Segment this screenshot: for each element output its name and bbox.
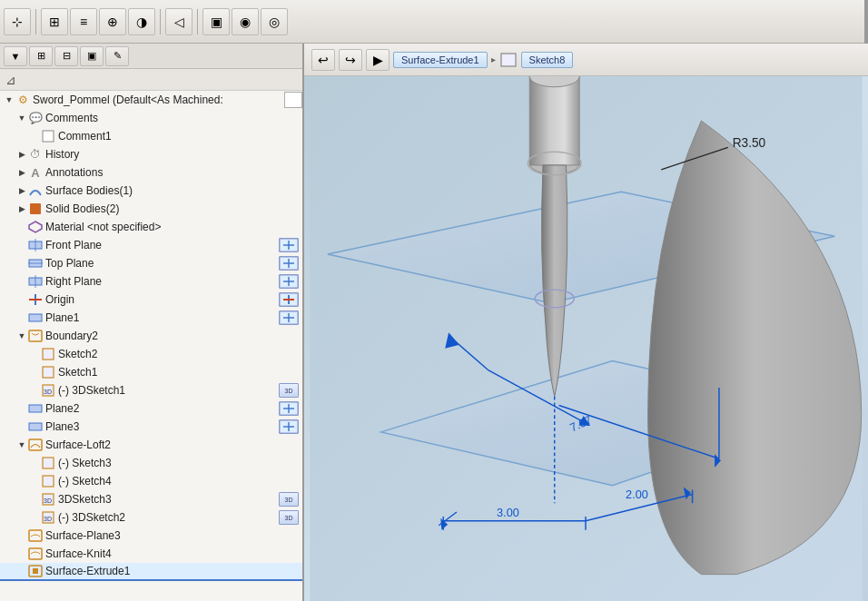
chart-btn[interactable]: ◑	[128, 8, 155, 35]
top-plane-label: Top Plane	[45, 257, 94, 270]
svg-text:2.00: 2.00	[626, 488, 648, 501]
tree-item-plane2[interactable]: Plane2	[0, 399, 302, 418]
select-tool-btn[interactable]: ⊹	[4, 8, 31, 35]
surface-plane3-icon	[27, 527, 44, 544]
root-label: Sword_Pommel (Default<As Machined:	[33, 94, 223, 106]
shield-btn[interactable]: ◉	[232, 8, 259, 35]
boundary2-label: Boundary2	[45, 330, 98, 342]
expand-solid-bodies[interactable]: ▶	[16, 203, 27, 214]
tree-item-root[interactable]: ▼ ⚙ Sword_Pommel (Default<As Machined:	[0, 91, 302, 109]
tree-item-sketch2[interactable]: Sketch2	[0, 345, 302, 363]
3dsketch2-icon: 3D	[40, 509, 56, 526]
annotations-icon: A	[27, 164, 44, 181]
expand-surface-loft2[interactable]: ▼	[16, 439, 27, 450]
tree-item-surface-plane3[interactable]: Surface-Plane3	[0, 527, 302, 545]
grid-view-btn[interactable]: ⊞	[41, 8, 68, 35]
tree-item-annotations[interactable]: ▶ A Annotations	[0, 163, 302, 182]
svg-rect-36	[29, 423, 42, 430]
tree-item-history[interactable]: ▶ ⏱ History	[0, 145, 302, 163]
expand-sketch3	[29, 458, 40, 468]
svg-text:R3.50: R3.50	[733, 136, 766, 150]
eye-btn[interactable]: ◎	[261, 8, 288, 35]
crosshair-btn[interactable]: ⊕	[99, 8, 126, 35]
tab-display-manager[interactable]: ✎	[105, 46, 129, 66]
expand-boundary2[interactable]: ▼	[16, 330, 27, 341]
tree-item-surface-extrude1[interactable]: Surface-Extrude1	[0, 563, 302, 581]
sketch4-label: (-) Sketch4	[58, 475, 112, 488]
history-icon: ⏱	[27, 146, 44, 163]
expand-sketch2	[29, 349, 40, 360]
filter-icon: ⊿	[5, 73, 16, 87]
svg-rect-42	[43, 476, 54, 487]
nav-forward-btn[interactable]: ↪	[339, 49, 362, 71]
tree-item-surface-loft2[interactable]: ▼ Surface-Loft2	[0, 436, 302, 454]
tree-item-plane3[interactable]: Plane3	[0, 418, 302, 436]
prev-btn[interactable]: ◁	[165, 8, 192, 35]
tab-property-manager[interactable]: ⊞	[29, 46, 53, 66]
breadcrumb-sketch8[interactable]: Sketch8	[521, 52, 574, 68]
comments-label: Comments	[45, 112, 98, 124]
tree-item-surface-bodies[interactable]: ▶ Surface Bodies(1)	[0, 182, 302, 200]
3dsketch1-label: (-) 3DSketch1	[58, 384, 125, 397]
sep1	[35, 9, 36, 34]
surface-extrude1-label: Surface-Extrude1	[45, 565, 130, 577]
tree-item-boundary2[interactable]: ▼ Boundary2	[0, 327, 302, 345]
tree-item-plane1[interactable]: Plane1	[0, 309, 302, 327]
svg-rect-50	[33, 568, 38, 574]
list-view-btn[interactable]: ≡	[70, 8, 97, 35]
plane3-label: Plane3	[45, 420, 79, 433]
breadcrumb-surface-extrude1[interactable]: Surface-Extrude1	[393, 52, 488, 68]
expand-root[interactable]: ▼	[4, 94, 15, 105]
tree-item-3dsketch2[interactable]: 3D (-) 3DSketch2 3D	[0, 508, 302, 527]
tree-item-3dsketch1[interactable]: 3D (-) 3DSketch1 3D	[0, 381, 302, 399]
root-icon: ⚙	[15, 92, 31, 108]
tree-item-material[interactable]: Material <not specified>	[0, 218, 302, 236]
plane2-label: Plane2	[45, 402, 79, 415]
nav-back-btn[interactable]: ↩	[311, 49, 335, 71]
tree-item-sketch1[interactable]: Sketch1	[0, 363, 302, 381]
tab-configuration-manager[interactable]: ⊟	[54, 46, 78, 66]
tree-item-3dsketch3[interactable]: 3D 3DSketch3 3D	[0, 490, 302, 508]
tree-item-front-plane[interactable]: Front Plane	[0, 236, 302, 254]
surface-knit4-label: Surface-Knit4	[45, 547, 112, 560]
sketch-icon	[499, 51, 518, 69]
feature-tree: ▼ ⚙ Sword_Pommel (Default<As Machined: ▼…	[0, 91, 302, 601]
tree-item-sketch4[interactable]: (-) Sketch4	[0, 472, 302, 490]
3dsketch3-right-icon: 3D	[279, 492, 299, 507]
3dsketch1-icon: 3D	[40, 382, 56, 399]
tree-item-surface-knit4[interactable]: Surface-Knit4	[0, 545, 302, 563]
top-plane-icon	[27, 255, 44, 271]
tree-item-origin[interactable]: Origin	[0, 291, 302, 309]
root-preview	[284, 92, 302, 108]
top-plane-right-icon	[279, 256, 299, 271]
plane3-icon	[27, 419, 44, 435]
tree-item-top-plane[interactable]: Top Plane	[0, 254, 302, 272]
tree-item-comments[interactable]: ▼ 💬 Comments	[0, 109, 302, 127]
nav-play-btn[interactable]: ▶	[366, 49, 390, 71]
tree-item-right-plane[interactable]: Right Plane	[0, 272, 302, 291]
comment1-icon	[40, 128, 56, 144]
cube-btn[interactable]: ▣	[202, 8, 230, 35]
history-label: History	[45, 148, 79, 161]
surface-plane3-label: Surface-Plane3	[45, 529, 121, 542]
tree-item-solid-bodies[interactable]: ▶ Solid Bodies(2)	[0, 200, 302, 218]
main-area: ▼ ⊞ ⊟ ▣ ✎ ⊿ ▼ ⚙ Sword_Pommel (Default<As…	[0, 44, 868, 601]
tree-item-sketch3[interactable]: (-) Sketch3	[0, 454, 302, 472]
expand-comments[interactable]: ▼	[16, 113, 27, 123]
tree-item-comment1[interactable]: Comment1	[0, 127, 302, 145]
sep3	[197, 9, 198, 34]
svg-rect-1	[30, 203, 41, 214]
svg-rect-29	[43, 367, 54, 378]
sketch1-label: Sketch1	[58, 366, 97, 379]
plane1-icon	[27, 310, 44, 326]
tab-dim-xpert-manager[interactable]: ▣	[80, 46, 104, 66]
plane1-right-icon	[279, 310, 299, 325]
expand-annotations[interactable]: ▶	[16, 167, 27, 178]
tab-feature-manager[interactable]: ▼	[4, 46, 27, 66]
expand-history[interactable]: ▶	[16, 149, 27, 160]
plane1-label: Plane1	[45, 311, 79, 324]
front-plane-right-icon	[279, 238, 299, 252]
expand-surface-bodies[interactable]: ▶	[16, 185, 27, 196]
expand-origin	[16, 294, 27, 305]
expand-3dsketch3	[29, 494, 40, 505]
